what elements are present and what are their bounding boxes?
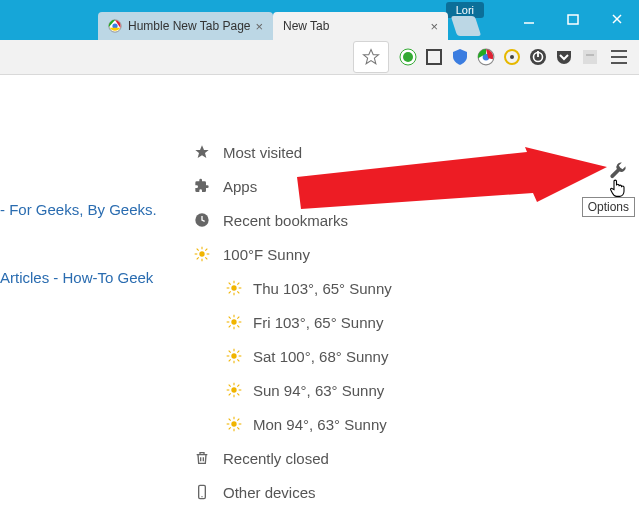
- section-label: Recent bookmarks: [223, 212, 348, 229]
- extension-shield-icon[interactable]: [447, 42, 473, 72]
- extension-square-icon[interactable]: [421, 42, 447, 72]
- new-tab-button[interactable]: [451, 16, 481, 36]
- section-most-visited[interactable]: Most visited: [191, 135, 392, 169]
- forecast-list: Thu 103°, 65° Sunny Fri 103°, 65° Sunny …: [223, 271, 392, 441]
- svg-marker-19: [195, 145, 208, 158]
- tab-humble-new-tab[interactable]: Humble New Tab Page ×: [98, 12, 273, 40]
- svg-line-28: [197, 257, 199, 259]
- options-tooltip: Options: [582, 197, 635, 217]
- page-content: - For Geeks, By Geeks. Articles - How-To…: [0, 75, 639, 516]
- browser-toolbar: [0, 40, 639, 75]
- tab-strip: Lori Humble New Tab Page × New Tab ×: [0, 10, 639, 40]
- forecast-label: Sat 100°, 68° Sunny: [253, 348, 388, 365]
- forecast-label: Thu 103°, 65° Sunny: [253, 280, 392, 297]
- svg-line-47: [237, 317, 239, 319]
- svg-line-26: [197, 249, 199, 251]
- tab-title: New Tab: [283, 19, 426, 33]
- svg-rect-1: [568, 15, 578, 24]
- svg-point-76: [201, 496, 202, 497]
- svg-line-62: [229, 385, 231, 387]
- svg-line-35: [229, 283, 231, 285]
- svg-line-56: [237, 351, 239, 353]
- forecast-label: Mon 94°, 63° Sunny: [253, 416, 387, 433]
- tab-title: Humble New Tab Page: [128, 19, 251, 33]
- close-window-button[interactable]: [595, 6, 639, 32]
- sun-icon: [191, 246, 213, 262]
- extension-pocket-icon[interactable]: [551, 42, 577, 72]
- svg-point-21: [199, 251, 204, 256]
- bookmark-star-button[interactable]: [353, 41, 389, 73]
- svg-rect-17: [583, 50, 597, 64]
- svg-line-64: [229, 393, 231, 395]
- forecast-item[interactable]: Mon 94°, 63° Sunny: [223, 407, 392, 441]
- extension-power-icon[interactable]: [525, 42, 551, 72]
- svg-line-29: [205, 249, 207, 251]
- svg-point-66: [231, 421, 236, 426]
- close-tab-icon[interactable]: ×: [430, 19, 438, 34]
- minimize-button[interactable]: [507, 6, 551, 32]
- sun-icon: [223, 280, 245, 296]
- extension-chrome-icon[interactable]: [473, 42, 499, 72]
- new-tab-sections: Most visited Apps Recent bookmarks 100°F…: [191, 135, 392, 509]
- svg-line-73: [229, 427, 231, 429]
- svg-line-36: [237, 291, 239, 293]
- sun-icon: [223, 314, 245, 330]
- extension-icons: [395, 42, 603, 72]
- svg-line-38: [237, 283, 239, 285]
- svg-line-53: [229, 351, 231, 353]
- svg-line-74: [237, 419, 239, 421]
- svg-point-8: [403, 52, 413, 62]
- svg-line-45: [237, 325, 239, 327]
- forecast-label: Sun 94°, 63° Sunny: [253, 382, 384, 399]
- close-tab-icon[interactable]: ×: [255, 19, 263, 34]
- svg-rect-9: [427, 50, 441, 64]
- forecast-item[interactable]: Fri 103°, 65° Sunny: [223, 305, 392, 339]
- trash-icon: [191, 450, 213, 466]
- svg-line-37: [229, 291, 231, 293]
- section-label: Apps: [223, 178, 257, 195]
- clock-icon: [191, 212, 213, 228]
- svg-line-46: [229, 325, 231, 327]
- extension-circle-icon[interactable]: [499, 42, 525, 72]
- section-recently-closed[interactable]: Recently closed: [191, 441, 392, 475]
- sun-icon: [223, 416, 245, 432]
- section-weather[interactable]: 100°F Sunny: [191, 237, 392, 271]
- extension-adblock-icon[interactable]: [395, 42, 421, 72]
- star-icon: [191, 144, 213, 160]
- chrome-menu-button[interactable]: [605, 42, 633, 72]
- svg-line-72: [237, 427, 239, 429]
- svg-rect-18: [586, 54, 594, 56]
- sun-icon: [223, 348, 245, 364]
- svg-line-55: [229, 359, 231, 361]
- section-recent-bookmarks[interactable]: Recent bookmarks: [191, 203, 392, 237]
- maximize-button[interactable]: [551, 6, 595, 32]
- forecast-label: Fri 103°, 65° Sunny: [253, 314, 383, 331]
- window-controls: [507, 6, 639, 32]
- sun-icon: [223, 382, 245, 398]
- forecast-item[interactable]: Thu 103°, 65° Sunny: [223, 271, 392, 305]
- section-other-devices[interactable]: Other devices: [191, 475, 392, 509]
- svg-point-57: [231, 387, 236, 392]
- svg-point-39: [231, 319, 236, 324]
- favicon-icon: [108, 19, 122, 33]
- section-label: Other devices: [223, 484, 316, 501]
- svg-point-13: [510, 55, 514, 59]
- device-icon: [191, 484, 213, 500]
- section-apps[interactable]: Apps: [191, 169, 392, 203]
- tab-new-tab[interactable]: New Tab ×: [273, 12, 448, 40]
- extension-grey-icon[interactable]: [577, 42, 603, 72]
- section-label: Recently closed: [223, 450, 329, 467]
- forecast-item[interactable]: Sun 94°, 63° Sunny: [223, 373, 392, 407]
- forecast-item[interactable]: Sat 100°, 68° Sunny: [223, 339, 392, 373]
- bookmark-link-fragment[interactable]: - For Geeks, By Geeks.: [0, 201, 157, 218]
- svg-line-54: [237, 359, 239, 361]
- puzzle-icon: [191, 178, 213, 194]
- section-label: Most visited: [223, 144, 302, 161]
- svg-line-44: [229, 317, 231, 319]
- bookmark-link-fragment[interactable]: Articles - How-To Geek: [0, 269, 153, 286]
- svg-line-65: [237, 385, 239, 387]
- svg-point-30: [231, 285, 236, 290]
- svg-line-71: [229, 419, 231, 421]
- svg-line-27: [205, 257, 207, 259]
- svg-point-48: [231, 353, 236, 358]
